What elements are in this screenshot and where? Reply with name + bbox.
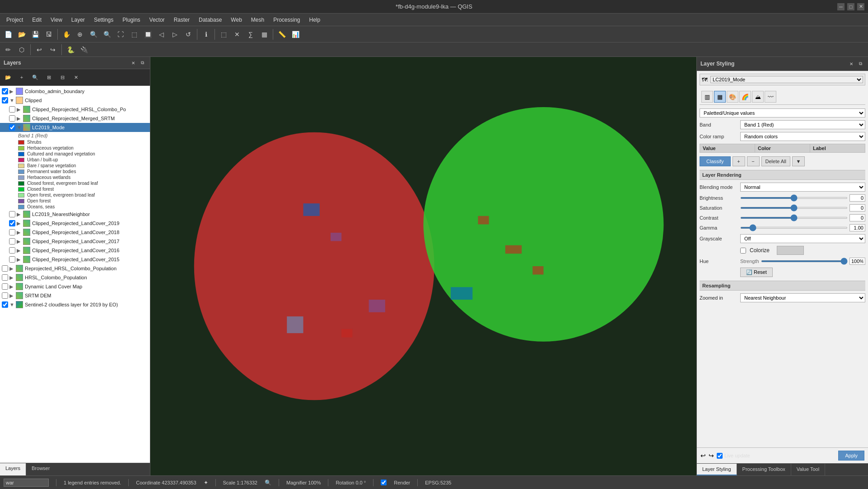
digitize-btn[interactable]: ✏ <box>2 43 14 56</box>
identify-features-btn[interactable]: ℹ <box>200 28 212 41</box>
color-ramp-select[interactable]: Random colors <box>740 132 865 141</box>
renderer-type-select[interactable]: Paletted/Unique values <box>700 108 865 118</box>
layer-lc2019-nn[interactable]: ▶ LC2019_NearestNeighbor <box>0 210 150 219</box>
add-class-btn[interactable]: + <box>733 156 745 166</box>
layer-srtm[interactable]: ▶ SRTM DEM <box>0 291 150 300</box>
layer-lc2019-mode-checkbox[interactable] <box>9 124 15 131</box>
layer-sentinel2-checkbox[interactable] <box>2 301 8 308</box>
blending-mode-select[interactable]: Normal <box>740 183 865 192</box>
layer-select[interactable]: LC2019_Mode <box>710 76 863 83</box>
search-input[interactable] <box>4 479 49 487</box>
layer-colombo-admin-checkbox[interactable] <box>2 88 8 94</box>
more-options-btn[interactable]: ▼ <box>792 156 805 166</box>
contrast-value[interactable] <box>849 214 865 221</box>
minimize-button[interactable]: ─ <box>837 3 845 10</box>
tab-value-tool[interactable]: Value Tool <box>791 464 825 475</box>
zoom-layer-btn[interactable]: 🔲 <box>141 28 154 41</box>
layer-lc2017-checkbox[interactable] <box>9 238 15 244</box>
undo-btn[interactable]: ↩ <box>33 43 46 56</box>
map-canvas[interactable] <box>150 57 696 475</box>
save-project-btn[interactable]: 💾 <box>29 28 42 41</box>
grayscale-select[interactable]: Off <box>740 234 865 243</box>
field-calc-btn[interactable]: ∑ <box>244 28 257 41</box>
hue-strength-value[interactable] <box>849 258 865 265</box>
hillshade-btn[interactable]: ⛰ <box>752 91 764 103</box>
delete-all-button[interactable]: Delete All <box>761 156 790 166</box>
menu-settings[interactable]: Settings <box>89 15 118 25</box>
saturation-value[interactable] <box>849 204 865 212</box>
deselect-all-btn[interactable]: ✕ <box>231 28 243 41</box>
multiband-btn[interactable]: 🎨 <box>727 91 738 103</box>
singleband-gray-btn[interactable]: ▥ <box>701 91 713 103</box>
layer-hrsl-colombo[interactable]: ▶ Clipped_Reprojected_HRSL_Colombo_Po <box>0 105 150 114</box>
collapse-all-btn[interactable]: ⊟ <box>56 71 69 84</box>
menu-help[interactable]: Help <box>305 15 325 25</box>
refresh-btn[interactable]: ↺ <box>182 28 195 41</box>
band-select[interactable]: Band 1 (Red) <box>740 120 865 129</box>
open-layer-btn[interactable]: 📂 <box>2 71 14 84</box>
save-as-btn[interactable]: 🖫 <box>42 28 55 41</box>
menu-processing[interactable]: Processing <box>269 15 304 25</box>
layer-clipped-group[interactable]: ▼ Clipped <box>0 96 150 105</box>
open-project-btn[interactable]: 📂 <box>15 28 28 41</box>
redo-btn[interactable]: ↪ <box>47 43 59 56</box>
layer-sentinel2[interactable]: ▼ Sentinel-2 cloudless layer for 2019 by… <box>0 300 150 309</box>
zoom-prev-btn[interactable]: ◁ <box>155 28 168 41</box>
menu-vector[interactable]: Vector <box>145 15 169 25</box>
add-group-btn[interactable]: + <box>15 71 28 84</box>
menu-plugins[interactable]: Plugins <box>118 15 145 25</box>
menu-project[interactable]: Project <box>2 15 28 25</box>
layers-float-btn[interactable]: ⧉ <box>138 59 146 67</box>
tab-layer-styling[interactable]: Layer Styling <box>697 464 737 475</box>
layer-lc2018-checkbox[interactable] <box>9 229 15 235</box>
menu-mesh[interactable]: Mesh <box>247 15 269 25</box>
pan-map-arrows-btn[interactable]: ⊕ <box>74 28 86 41</box>
saturation-slider[interactable] <box>740 207 848 209</box>
styling-float-btn[interactable]: ⧉ <box>856 60 864 68</box>
layer-colombo-admin[interactable]: ▶ Colombo_admin_boundary <box>0 87 150 96</box>
contour-btn[interactable]: 〰 <box>765 91 776 103</box>
python-console-btn[interactable]: 🐍 <box>64 43 77 56</box>
menu-view[interactable]: View <box>46 15 67 25</box>
gamma-value[interactable] <box>849 224 865 231</box>
layer-lc2017[interactable]: ▶ Clipped_Reprojected_LandCover_2017 <box>0 237 150 246</box>
layer-reprojected-hrsl[interactable]: ▶ Reprojected_HRSL_Colombo_Population <box>0 264 150 273</box>
gamma-slider[interactable] <box>740 227 848 229</box>
tab-processing-toolbox[interactable]: Processing Toolbox <box>737 464 791 475</box>
zoomed-in-select[interactable]: Nearest Neighbour Bilinear Cubic <box>740 293 865 302</box>
layer-lc2019-checkbox[interactable] <box>9 220 15 226</box>
filter-layer-btn[interactable]: 🔍 <box>29 71 42 84</box>
zoom-selection-btn[interactable]: ⬚ <box>128 28 140 41</box>
colorize-color-swatch[interactable] <box>777 246 804 255</box>
menu-web[interactable]: Web <box>226 15 246 25</box>
layer-clipped-checkbox[interactable] <box>2 97 8 103</box>
styling-close-btn[interactable]: ✕ <box>847 60 855 68</box>
undo-style-btn[interactable]: ↩ <box>700 452 706 459</box>
new-project-btn[interactable]: 📄 <box>2 28 14 41</box>
live-update-checkbox[interactable] <box>717 453 723 459</box>
classify-button[interactable]: Classify <box>700 156 731 166</box>
menu-edit[interactable]: Edit <box>28 15 46 25</box>
layer-lc2019-mode[interactable]: ▼ LC2019_Mode <box>0 123 150 132</box>
measure-btn[interactable]: 📏 <box>275 28 288 41</box>
node-tool-btn[interactable]: ⬡ <box>15 43 28 56</box>
redo-style-btn[interactable]: ↪ <box>709 452 714 459</box>
layer-hrsl-pop[interactable]: ▶ HRSL_Colombo_Population <box>0 273 150 282</box>
browser-tab[interactable]: Browser <box>26 463 55 475</box>
remove-class-btn[interactable]: − <box>747 156 760 166</box>
layer-merged-srtm-checkbox[interactable] <box>9 115 15 122</box>
layer-lc2015[interactable]: ▶ Clipped_Reprojected_LandCover_2015 <box>0 255 150 264</box>
zoom-out-btn[interactable]: 🔍 <box>101 28 113 41</box>
paletted-btn[interactable]: ▦ <box>714 91 726 103</box>
close-button[interactable]: ✕ <box>857 3 864 10</box>
statistics-btn[interactable]: 📊 <box>289 28 302 41</box>
layer-dynamic-land-checkbox[interactable] <box>2 283 8 290</box>
layer-lc2015-checkbox[interactable] <box>9 256 15 263</box>
apply-button[interactable]: Apply <box>838 451 864 461</box>
reset-button[interactable]: 🔄 Reset <box>740 268 773 277</box>
remove-layer-btn[interactable]: ✕ <box>70 71 82 84</box>
layer-merged-srtm[interactable]: ▶ Clipped_Reprojected_Merged_SRTM <box>0 114 150 123</box>
attr-table-btn[interactable]: ▦ <box>258 28 271 41</box>
layer-lc2018[interactable]: ▶ Clipped_Reprojected_LandCover_2018 <box>0 228 150 237</box>
layer-lc2016[interactable]: ▶ Clipped_Reprojected_LandCover_2016 <box>0 246 150 255</box>
